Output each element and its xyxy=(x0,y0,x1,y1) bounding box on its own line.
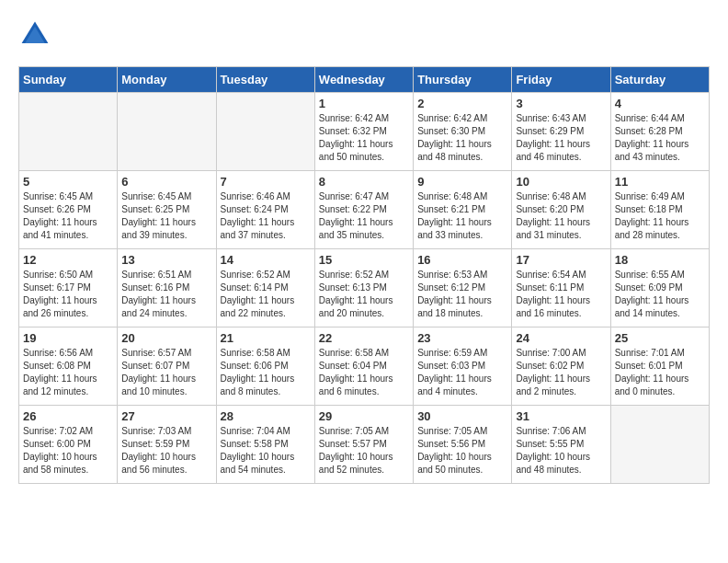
calendar-cell: 1Sunrise: 6:42 AM Sunset: 6:32 PM Daylig… xyxy=(314,93,413,171)
calendar-cell: 23Sunrise: 6:59 AM Sunset: 6:03 PM Dayli… xyxy=(414,327,512,406)
day-info: Sunrise: 6:56 AM Sunset: 6:08 PM Dayligh… xyxy=(23,347,113,398)
calendar-cell: 11Sunrise: 6:49 AM Sunset: 6:18 PM Dayli… xyxy=(610,171,709,249)
calendar-week-row: 12Sunrise: 6:50 AM Sunset: 6:17 PM Dayli… xyxy=(19,249,710,327)
calendar-cell: 30Sunrise: 7:05 AM Sunset: 5:56 PM Dayli… xyxy=(414,406,512,484)
day-info: Sunrise: 6:42 AM Sunset: 6:32 PM Dayligh… xyxy=(319,112,409,164)
day-number: 1 xyxy=(319,97,409,110)
calendar-cell: 24Sunrise: 7:00 AM Sunset: 6:02 PM Dayli… xyxy=(512,327,610,406)
day-info: Sunrise: 7:01 AM Sunset: 6:01 PM Dayligh… xyxy=(615,347,705,398)
day-number: 3 xyxy=(516,97,606,110)
calendar-cell: 19Sunrise: 6:56 AM Sunset: 6:08 PM Dayli… xyxy=(19,327,118,406)
calendar-cell: 14Sunrise: 6:52 AM Sunset: 6:14 PM Dayli… xyxy=(216,249,314,327)
day-info: Sunrise: 6:44 AM Sunset: 6:28 PM Dayligh… xyxy=(615,112,705,164)
day-number: 9 xyxy=(417,175,507,189)
day-number: 28 xyxy=(221,409,311,423)
calendar-cell: 18Sunrise: 6:55 AM Sunset: 6:09 PM Dayli… xyxy=(610,249,709,327)
calendar-cell xyxy=(610,406,709,484)
calendar-week-row: 26Sunrise: 7:02 AM Sunset: 6:00 PM Dayli… xyxy=(19,406,710,484)
day-number: 18 xyxy=(615,253,705,267)
weekday-header: Sunday xyxy=(19,67,118,93)
day-info: Sunrise: 6:47 AM Sunset: 6:22 PM Dayligh… xyxy=(319,190,409,242)
calendar-week-row: 1Sunrise: 6:42 AM Sunset: 6:32 PM Daylig… xyxy=(19,93,710,171)
day-number: 11 xyxy=(615,175,705,189)
day-number: 24 xyxy=(516,331,606,345)
day-number: 19 xyxy=(23,331,113,345)
calendar-cell: 25Sunrise: 7:01 AM Sunset: 6:01 PM Dayli… xyxy=(610,327,709,406)
day-number: 16 xyxy=(417,253,507,267)
calendar: SundayMondayTuesdayWednesdayThursdayFrid… xyxy=(18,66,710,484)
day-number: 13 xyxy=(121,253,211,267)
calendar-week-row: 19Sunrise: 6:56 AM Sunset: 6:08 PM Dayli… xyxy=(19,327,710,406)
day-number: 14 xyxy=(221,253,311,267)
day-info: Sunrise: 6:45 AM Sunset: 6:25 PM Dayligh… xyxy=(121,190,211,242)
day-info: Sunrise: 6:50 AM Sunset: 6:17 PM Dayligh… xyxy=(23,269,113,320)
day-info: Sunrise: 7:06 AM Sunset: 5:55 PM Dayligh… xyxy=(516,425,606,477)
day-info: Sunrise: 6:57 AM Sunset: 6:07 PM Dayligh… xyxy=(121,347,211,398)
logo xyxy=(18,18,55,52)
day-number: 22 xyxy=(319,331,409,345)
day-info: Sunrise: 6:46 AM Sunset: 6:24 PM Dayligh… xyxy=(221,190,311,242)
calendar-cell: 22Sunrise: 6:58 AM Sunset: 6:04 PM Dayli… xyxy=(314,327,413,406)
calendar-cell: 5Sunrise: 6:45 AM Sunset: 6:26 PM Daylig… xyxy=(19,171,118,249)
weekday-header: Saturday xyxy=(610,67,709,93)
day-info: Sunrise: 7:00 AM Sunset: 6:02 PM Dayligh… xyxy=(516,347,606,398)
calendar-cell xyxy=(118,93,216,171)
day-info: Sunrise: 6:48 AM Sunset: 6:20 PM Dayligh… xyxy=(516,190,606,242)
calendar-cell: 12Sunrise: 6:50 AM Sunset: 6:17 PM Dayli… xyxy=(19,249,118,327)
calendar-cell: 20Sunrise: 6:57 AM Sunset: 6:07 PM Dayli… xyxy=(118,327,216,406)
day-number: 7 xyxy=(221,175,311,189)
day-info: Sunrise: 6:52 AM Sunset: 6:13 PM Dayligh… xyxy=(319,269,409,320)
day-number: 15 xyxy=(319,253,409,267)
calendar-cell: 17Sunrise: 6:54 AM Sunset: 6:11 PM Dayli… xyxy=(512,249,610,327)
day-number: 17 xyxy=(516,253,606,267)
day-info: Sunrise: 6:54 AM Sunset: 6:11 PM Dayligh… xyxy=(516,269,606,320)
calendar-cell: 8Sunrise: 6:47 AM Sunset: 6:22 PM Daylig… xyxy=(314,171,413,249)
day-number: 30 xyxy=(417,409,507,423)
calendar-cell: 9Sunrise: 6:48 AM Sunset: 6:21 PM Daylig… xyxy=(414,171,512,249)
calendar-cell: 7Sunrise: 6:46 AM Sunset: 6:24 PM Daylig… xyxy=(216,171,314,249)
day-info: Sunrise: 6:42 AM Sunset: 6:30 PM Dayligh… xyxy=(417,112,507,164)
day-info: Sunrise: 6:58 AM Sunset: 6:06 PM Dayligh… xyxy=(221,347,311,398)
calendar-cell xyxy=(216,93,314,171)
day-number: 31 xyxy=(516,409,606,423)
calendar-cell: 29Sunrise: 7:05 AM Sunset: 5:57 PM Dayli… xyxy=(314,406,413,484)
day-info: Sunrise: 7:02 AM Sunset: 6:00 PM Dayligh… xyxy=(23,425,113,477)
weekday-header: Thursday xyxy=(414,67,512,93)
calendar-cell: 21Sunrise: 6:58 AM Sunset: 6:06 PM Dayli… xyxy=(216,327,314,406)
calendar-cell: 27Sunrise: 7:03 AM Sunset: 5:59 PM Dayli… xyxy=(118,406,216,484)
calendar-cell: 10Sunrise: 6:48 AM Sunset: 6:20 PM Dayli… xyxy=(512,171,610,249)
day-number: 20 xyxy=(121,331,211,345)
day-number: 8 xyxy=(319,175,409,189)
day-number: 29 xyxy=(319,409,409,423)
calendar-cell: 4Sunrise: 6:44 AM Sunset: 6:28 PM Daylig… xyxy=(610,93,709,171)
day-number: 27 xyxy=(121,409,211,423)
day-info: Sunrise: 6:51 AM Sunset: 6:16 PM Dayligh… xyxy=(121,269,211,320)
calendar-cell: 16Sunrise: 6:53 AM Sunset: 6:12 PM Dayli… xyxy=(414,249,512,327)
day-number: 25 xyxy=(615,331,705,345)
day-info: Sunrise: 6:55 AM Sunset: 6:09 PM Dayligh… xyxy=(615,269,705,320)
day-number: 21 xyxy=(221,331,311,345)
day-info: Sunrise: 6:49 AM Sunset: 6:18 PM Dayligh… xyxy=(615,190,705,242)
day-number: 23 xyxy=(417,331,507,345)
day-info: Sunrise: 6:45 AM Sunset: 6:26 PM Dayligh… xyxy=(23,190,113,242)
day-number: 10 xyxy=(516,175,606,189)
day-info: Sunrise: 6:43 AM Sunset: 6:29 PM Dayligh… xyxy=(516,112,606,164)
calendar-week-row: 5Sunrise: 6:45 AM Sunset: 6:26 PM Daylig… xyxy=(19,171,710,249)
day-number: 26 xyxy=(23,409,113,423)
day-number: 6 xyxy=(121,175,211,189)
weekday-header: Wednesday xyxy=(314,67,413,93)
calendar-cell: 15Sunrise: 6:52 AM Sunset: 6:13 PM Dayli… xyxy=(314,249,413,327)
day-info: Sunrise: 7:04 AM Sunset: 5:58 PM Dayligh… xyxy=(221,425,311,477)
calendar-cell: 6Sunrise: 6:45 AM Sunset: 6:25 PM Daylig… xyxy=(118,171,216,249)
page-header xyxy=(18,18,710,52)
day-number: 5 xyxy=(23,175,113,189)
calendar-cell: 31Sunrise: 7:06 AM Sunset: 5:55 PM Dayli… xyxy=(512,406,610,484)
calendar-cell: 28Sunrise: 7:04 AM Sunset: 5:58 PM Dayli… xyxy=(216,406,314,484)
calendar-cell: 13Sunrise: 6:51 AM Sunset: 6:16 PM Dayli… xyxy=(118,249,216,327)
weekday-header-row: SundayMondayTuesdayWednesdayThursdayFrid… xyxy=(19,67,710,93)
calendar-cell: 26Sunrise: 7:02 AM Sunset: 6:00 PM Dayli… xyxy=(19,406,118,484)
day-info: Sunrise: 7:05 AM Sunset: 5:56 PM Dayligh… xyxy=(417,425,507,477)
day-info: Sunrise: 6:52 AM Sunset: 6:14 PM Dayligh… xyxy=(221,269,311,320)
day-number: 2 xyxy=(417,97,507,110)
calendar-cell xyxy=(19,93,118,171)
